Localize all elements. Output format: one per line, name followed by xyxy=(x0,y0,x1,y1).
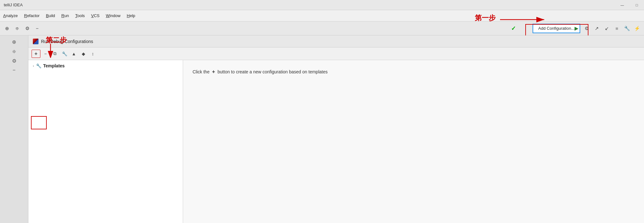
templates-tree-item[interactable]: › 🔧 Templates xyxy=(28,60,183,71)
body-section: ⊕ ≑ ⚙ − Run/Debug Configurations + − ⧉ 🔧… xyxy=(0,35,644,223)
left-sidebar: ⊕ ≑ ⚙ − xyxy=(0,35,28,223)
tree-chevron-icon: › xyxy=(33,64,34,68)
run-debug-dialog: Run/Debug Configurations + − ⧉ 🔧 ▲ ◆ ↕ 第… xyxy=(28,35,644,223)
config-content-panel: Click the + button to create a new confi… xyxy=(183,60,644,223)
stop-button[interactable]: ■ xyxy=(612,24,621,33)
title-bar: telliJ IDEA — □ xyxy=(0,0,644,10)
menu-bar: Analyze Refactor Build Run Tools VCS Win… xyxy=(0,10,644,22)
menu-build[interactable]: Build xyxy=(43,11,58,20)
dialog-title-icon xyxy=(33,39,39,44)
toolbar-icon-2[interactable]: ≑ xyxy=(13,24,21,33)
sort-button[interactable]: ↕ xyxy=(88,50,97,58)
toolbar-icon-1[interactable]: ⊕ xyxy=(3,24,11,33)
hint-prefix: Click the xyxy=(193,69,210,74)
dialog-toolbar: + − ⧉ 🔧 ▲ ◆ ↕ 第二步 xyxy=(28,47,644,60)
window-controls: — □ xyxy=(615,0,644,10)
dialog-title-bar: Run/Debug Configurations xyxy=(28,35,644,47)
sidebar-icon-2[interactable]: ≑ xyxy=(10,47,18,55)
menu-window[interactable]: Window xyxy=(103,11,123,20)
menu-vcs[interactable]: VCS xyxy=(88,11,103,20)
hint-plus-symbol: + xyxy=(212,69,215,75)
run-button[interactable]: ▶ xyxy=(572,24,581,33)
menu-help[interactable]: Help xyxy=(124,11,139,20)
template-button[interactable]: ◆ xyxy=(79,50,88,58)
minimize-button[interactable]: — xyxy=(615,0,629,10)
menu-analyze[interactable]: Analyze xyxy=(0,11,21,20)
power-button[interactable]: ⚡ xyxy=(633,24,641,33)
dialog-body: › 🔧 Templates Click the + button to crea… xyxy=(28,60,644,223)
sidebar-icon-4[interactable]: − xyxy=(10,66,18,74)
main-toolbar: ⊕ ≑ ⚙ − Add Configuration... ▶ ⚙ ↗ ↙ ■ 🔧… xyxy=(0,22,644,35)
maximize-button[interactable]: □ xyxy=(629,0,644,10)
wrench-icon: 🔧 xyxy=(36,63,41,68)
sidebar-icon-3[interactable]: ⚙ xyxy=(10,57,18,65)
content-hint-text: Click the + button to create a new confi… xyxy=(193,69,328,75)
sidebar-icon-1[interactable]: ⊕ xyxy=(10,38,18,46)
build-project-button[interactable]: 🔧 xyxy=(623,24,631,33)
menu-run[interactable]: Run xyxy=(58,11,72,20)
toolbar-minus[interactable]: − xyxy=(33,24,42,33)
config-tree-panel: › 🔧 Templates xyxy=(28,60,183,223)
profile-button[interactable]: ↙ xyxy=(602,24,611,33)
hint-suffix: button to create a new configuration bas… xyxy=(218,69,328,74)
debug-button[interactable]: ⚙ xyxy=(582,24,591,33)
menu-tools[interactable]: Tools xyxy=(72,11,88,20)
templates-label: Templates xyxy=(43,63,65,68)
dialog-title-text: Run/Debug Configurations xyxy=(41,39,93,44)
toolbar-gear[interactable]: ⚙ xyxy=(23,24,32,33)
green-check-icon: ✓ xyxy=(511,25,516,32)
move-up-button[interactable]: ▲ xyxy=(69,50,78,58)
menu-refactor[interactable]: Refactor xyxy=(21,11,43,20)
edit-config-button[interactable]: 🔧 xyxy=(60,50,69,58)
app-title: telliJ IDEA xyxy=(4,3,23,7)
copy-config-button[interactable]: ⧉ xyxy=(51,50,59,58)
coverage-button[interactable]: ↗ xyxy=(592,24,601,33)
remove-config-button[interactable]: − xyxy=(41,50,50,58)
add-config-plus-button[interactable]: + xyxy=(32,50,40,58)
